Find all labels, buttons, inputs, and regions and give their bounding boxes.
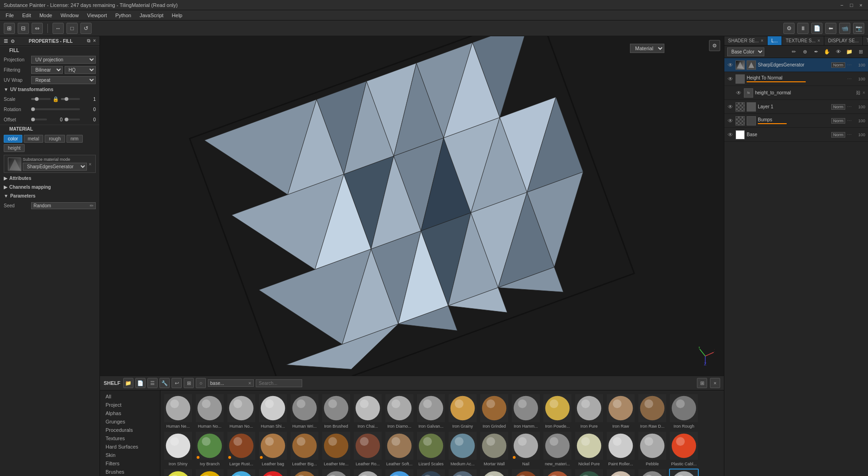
rt-layers-btn[interactable]: ⊞ xyxy=(856,47,865,56)
mat-item-32[interactable]: Pebble xyxy=(637,431,667,467)
properties-icon1[interactable]: ☰ xyxy=(4,39,8,44)
shelf-expand-btn[interactable]: ⊞ xyxy=(697,378,707,388)
scale-slider2[interactable] xyxy=(61,98,80,100)
menu-viewport[interactable]: Viewport xyxy=(83,12,111,19)
mat-item-13[interactable]: Iron Pure xyxy=(574,393,604,429)
mat-item-31[interactable]: Paint Roller... xyxy=(606,431,636,467)
toolbar-arrows-btn[interactable]: ⇔ xyxy=(32,23,43,34)
menu-mode[interactable]: Mode xyxy=(36,12,56,19)
layer-htn-visibility[interactable]: 👁 xyxy=(727,76,734,82)
offset-slider2[interactable] xyxy=(65,119,80,120)
layer-sharp-edges[interactable]: 👁 S xyxy=(724,58,868,72)
mat-item-50[interactable]: SharpEdges... xyxy=(669,469,699,476)
shelf-list-btn[interactable]: ☰ xyxy=(147,378,158,388)
mat-item-22[interactable]: Leather Me... xyxy=(321,431,351,467)
toolbar-pause-btn[interactable]: ⏸ xyxy=(797,23,808,34)
mat-item-4[interactable]: Human Wri... xyxy=(290,393,319,429)
mat-item-19[interactable]: Large Rust... xyxy=(226,431,256,467)
mat-btn-metal[interactable]: metal xyxy=(24,135,43,143)
menu-help[interactable]: Help xyxy=(168,12,186,19)
mat-item-3[interactable]: Human Shi... xyxy=(258,393,288,429)
viewport-area[interactable]: Material ⚙ X Y Z xyxy=(100,36,724,376)
tab-texture-s[interactable]: TEXTURE S...× xyxy=(782,36,824,45)
mat-item-23[interactable]: Leather Ro... xyxy=(353,431,383,467)
toolbar-video-btn[interactable]: 📹 xyxy=(839,23,850,34)
shelf-cat-project[interactable]: Project xyxy=(100,401,160,409)
layer-height-to-normal[interactable]: 👁 Height To Normal ⋯ 100 xyxy=(724,72,868,86)
shelf-cat-filters[interactable]: Filters xyxy=(100,459,160,468)
layer-base-more[interactable]: ⋯ xyxy=(847,132,852,137)
shelf-cat-grunges[interactable]: Grunges xyxy=(100,417,160,426)
shelf-filter-btn[interactable]: ⊞ xyxy=(184,378,194,388)
mat-item-43[interactable]: Plastic Stripes xyxy=(448,469,477,476)
layer-sharp-visibility[interactable]: 👁 xyxy=(727,62,734,68)
tab-display-se[interactable]: DISPLAY SE... xyxy=(824,36,863,45)
mat-item-48[interactable]: Scarf wool xyxy=(606,469,636,476)
scale-lock-icon[interactable]: 🔒 xyxy=(53,96,59,102)
mat-item-28[interactable]: Nail xyxy=(511,431,541,467)
mat-item-5[interactable]: Iron Brushed xyxy=(321,393,351,429)
mat-item-49[interactable]: Scratch Thin xyxy=(637,469,667,476)
shelf-filter-clear-btn[interactable]: × xyxy=(248,380,251,386)
shelf-search-input[interactable] xyxy=(256,379,302,387)
layer-base-visibility[interactable]: 👁 xyxy=(727,132,734,138)
toolbar-camera-btn[interactable]: 📷 xyxy=(853,23,864,34)
tab-shader-se[interactable]: SHADER SE...× xyxy=(724,36,768,45)
mat-item-18[interactable]: Ivy Branch xyxy=(195,431,225,467)
mat-item-27[interactable]: Mortar Wall xyxy=(479,431,509,467)
menu-python[interactable]: Python xyxy=(112,12,135,19)
layer1-visibility[interactable]: 👁 xyxy=(727,104,734,110)
mat-item-17[interactable]: Iron Shiny xyxy=(163,431,193,467)
layer-bumps-visibility[interactable]: 👁 xyxy=(727,118,734,124)
toolbar-square-btn[interactable]: □ xyxy=(66,23,78,34)
tab-texture-close[interactable]: × xyxy=(817,38,820,43)
mat-item-47[interactable]: Scarce Bio... xyxy=(574,469,604,476)
menu-javascript[interactable]: JavaScript xyxy=(136,12,167,19)
layer-1[interactable]: 👁 Layer 1 Norm ⋯ 100 xyxy=(724,100,868,114)
panel-detach-icon[interactable]: ⧉ xyxy=(87,38,90,44)
mat-item-7[interactable]: Iron Diamo... xyxy=(384,393,414,429)
projection-select[interactable]: UV projection xyxy=(31,56,96,64)
mat-item-30[interactable]: Nickel Pure xyxy=(574,431,604,467)
layer-base[interactable]: 👁 Base Norm ⋯ 100 xyxy=(724,128,868,142)
mat-item-24[interactable]: Leather Soft... xyxy=(384,431,414,467)
tab-texture-set-se[interactable]: TEXTURE SET SE... xyxy=(863,36,868,45)
layer-htnsub-visibility[interactable]: 👁 xyxy=(735,90,742,96)
toolbar-refresh-btn[interactable]: ↺ xyxy=(80,23,92,34)
mat-item-16[interactable]: Iron Rough xyxy=(669,393,699,429)
mat-btn-color[interactable]: color xyxy=(4,135,22,143)
shelf-cat-brushes[interactable]: Brushes xyxy=(100,468,160,476)
toolbar-expand-btn[interactable]: ↔ xyxy=(53,23,64,34)
window-controls[interactable]: − □ × xyxy=(838,2,864,8)
mat-item-42[interactable]: Plastic PVC xyxy=(416,469,446,476)
scale-slider[interactable] xyxy=(31,98,51,100)
attributes-header[interactable]: ▶ Attributes xyxy=(0,174,99,183)
uvtransform-header[interactable]: ▼ UV transformations xyxy=(0,85,99,94)
tab-layers[interactable]: L... xyxy=(768,36,782,45)
properties-icon2[interactable]: ⊙ xyxy=(11,39,14,44)
layer-htnsub-close[interactable]: × xyxy=(862,90,865,95)
mat-item-40[interactable]: Plastic Grid... xyxy=(353,469,383,476)
rt-stamp-btn[interactable]: ⊕ xyxy=(800,47,809,56)
shelf-search-icon-btn[interactable]: ○ xyxy=(196,378,206,388)
mat-item-41[interactable]: Plastic Matt... xyxy=(384,469,414,476)
shelf-tools-btn[interactable]: 🔧 xyxy=(159,378,170,388)
channels-mapping-header[interactable]: ▶ Channels mapping xyxy=(0,183,99,192)
mat-btn-nrm[interactable]: nrm xyxy=(66,135,83,143)
mat-item-25[interactable]: Lizard Scales xyxy=(416,431,446,467)
mat-item-20[interactable]: Leather bag xyxy=(258,431,288,467)
shelf-cat-hard-surfaces[interactable]: Hard Surfaces xyxy=(100,443,160,451)
toolbar-grid4-btn[interactable]: ⊟ xyxy=(18,23,29,34)
shelf-cat-alphas[interactable]: Alphas xyxy=(100,409,160,417)
substance-name-select[interactable]: SharpEdgesGenerator xyxy=(23,163,87,171)
mat-item-12[interactable]: Iron Powde... xyxy=(543,393,572,429)
panel-close-icon[interactable]: × xyxy=(93,38,96,44)
mat-btn-height[interactable]: height xyxy=(4,144,25,152)
parameters-header[interactable]: ▼ Parameters xyxy=(0,192,99,200)
rt-brush-btn[interactable]: ✏ xyxy=(789,47,798,56)
shelf-file-btn[interactable]: 📄 xyxy=(135,378,146,388)
filtering-quality-select[interactable]: HQ xyxy=(65,66,96,74)
shelf-cat-textures[interactable]: Textures xyxy=(100,434,160,443)
mat-item-21[interactable]: Leather Big... xyxy=(290,431,319,467)
rt-hand-btn[interactable]: ✋ xyxy=(822,47,832,56)
